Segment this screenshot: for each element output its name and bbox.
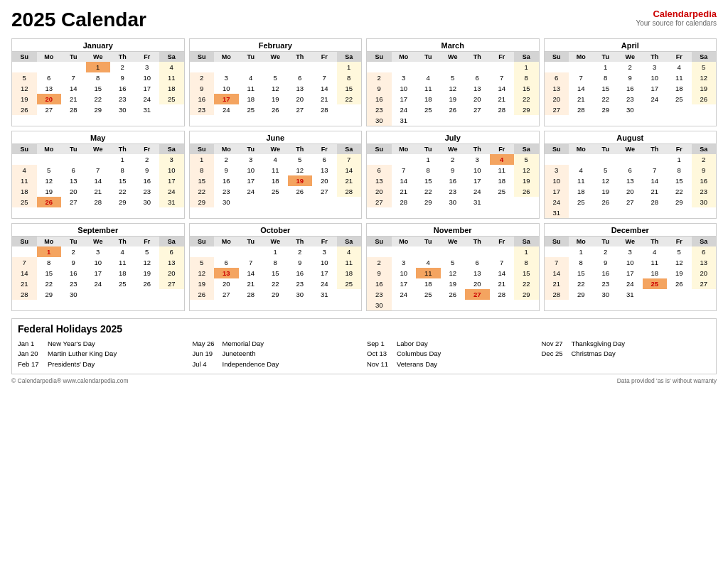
day-cell: 12 <box>12 83 37 94</box>
day-cell: 15 <box>86 83 111 94</box>
day-cell <box>337 197 362 207</box>
month-table-may: SuMoTuWeThFrSa12345678910111213141516171… <box>12 144 184 207</box>
day-header-fr: Fr <box>490 144 515 154</box>
day-header-su: Su <box>12 52 37 62</box>
day-cell: 3 <box>392 257 417 268</box>
holiday-name: Presidents' Day <box>48 359 95 369</box>
month-title-august: August <box>545 131 717 144</box>
day-cell: 9 <box>214 165 239 175</box>
holiday-name: Memorial Day <box>223 339 264 349</box>
day-header-tu: Tu <box>416 52 441 62</box>
day-cell: 8 <box>667 165 692 175</box>
day-header-mo: Mo <box>214 144 239 154</box>
day-cell: 29 <box>37 289 62 300</box>
day-cell <box>643 207 668 218</box>
day-cell: 8 <box>190 165 215 175</box>
day-header-th: Th <box>465 237 490 246</box>
month-july: JulySuMoTuWeThFrSa1234567891011121314151… <box>366 131 540 219</box>
day-cell: 24 <box>465 186 490 197</box>
day-cell: 16 <box>367 278 392 289</box>
day-cell: 19 <box>12 94 37 104</box>
day-header-sa: Sa <box>337 144 362 154</box>
month-table-november: SuMoTuWeThFrSa12345678910111213141516171… <box>367 237 539 310</box>
day-cell: 14 <box>569 83 594 94</box>
day-header-fr: Fr <box>135 52 160 62</box>
day-cell: 27 <box>214 289 239 300</box>
day-cell <box>337 104 362 115</box>
month-september: SeptemberSuMoTuWeThFrSa12345678910111213… <box>11 223 185 311</box>
day-cell: 30 <box>367 115 392 126</box>
day-cell <box>392 62 417 72</box>
day-cell: 28 <box>392 197 417 207</box>
month-april: AprilSuMoTuWeThFrSa123456789101112131415… <box>544 38 717 126</box>
day-cell <box>594 154 619 165</box>
day-cell <box>643 289 668 300</box>
day-cell: 2 <box>61 246 86 257</box>
day-cell <box>159 104 184 115</box>
holiday-item: Nov 27Thanksgiving Day <box>542 339 711 349</box>
day-cell: 7 <box>61 72 86 83</box>
day-cell: 3 <box>135 62 160 72</box>
day-cell: 10 <box>392 83 417 94</box>
day-cell: 21 <box>239 278 264 289</box>
day-cell: 5 <box>190 257 215 268</box>
day-header-mo: Mo <box>569 237 594 246</box>
day-cell: 2 <box>692 154 717 165</box>
day-cell: 11 <box>490 165 515 175</box>
day-cell: 16 <box>288 268 313 278</box>
day-cell: 2 <box>135 154 160 165</box>
day-cell <box>416 115 441 126</box>
day-cell: 23 <box>135 186 160 197</box>
day-cell: 26 <box>514 186 539 197</box>
day-cell: 20 <box>159 268 184 278</box>
day-cell: 14 <box>643 175 668 186</box>
day-cell: 29 <box>86 104 111 115</box>
day-cell: 21 <box>61 94 86 104</box>
day-cell: 30 <box>110 104 135 115</box>
day-header-tu: Tu <box>239 52 264 62</box>
day-cell: 19 <box>37 186 62 197</box>
day-cell: 25 <box>263 186 288 197</box>
holiday-date: Jul 4 <box>193 359 218 369</box>
day-cell <box>135 289 160 300</box>
day-cell: 4 <box>643 246 668 257</box>
day-cell: 27 <box>692 278 717 289</box>
day-header-tu: Tu <box>594 144 619 154</box>
day-header-su: Su <box>545 237 569 246</box>
day-cell: 19 <box>594 186 619 197</box>
day-cell: 22 <box>337 94 362 104</box>
holiday-name: Veterans Day <box>397 359 437 369</box>
day-cell: 8 <box>337 72 362 83</box>
day-cell: 5 <box>692 62 717 72</box>
day-cell: 13 <box>465 83 490 94</box>
day-cell: 8 <box>569 257 594 268</box>
day-cell: 15 <box>667 175 692 186</box>
day-cell <box>392 246 417 257</box>
day-cell <box>667 207 692 218</box>
day-cell <box>569 207 594 218</box>
day-cell <box>416 62 441 72</box>
day-cell: 25 <box>643 278 668 289</box>
day-header-su: Su <box>367 52 392 62</box>
day-cell <box>545 246 569 257</box>
day-cell: 10 <box>465 165 490 175</box>
day-cell <box>367 62 392 72</box>
day-cell: 15 <box>37 268 62 278</box>
day-cell <box>190 246 215 257</box>
day-cell <box>86 154 111 165</box>
day-cell: 17 <box>135 83 160 94</box>
day-header-sa: Sa <box>337 237 362 246</box>
holiday-name: Christmas Day <box>572 349 616 359</box>
day-cell: 7 <box>312 72 337 83</box>
day-cell: 29 <box>190 197 215 207</box>
brand-name-part1: Calendar <box>653 9 692 19</box>
day-header-fr: Fr <box>667 144 692 154</box>
day-cell: 24 <box>392 289 417 300</box>
day-cell: 24 <box>159 186 184 197</box>
day-header-su: Su <box>367 237 392 246</box>
day-cell: 6 <box>61 165 86 175</box>
day-cell: 15 <box>514 268 539 278</box>
holidays-section: Federal Holidays 2025 Jan 1New Year's Da… <box>11 318 717 374</box>
holidays-grid: Jan 1New Year's DayJan 20Martin Luther K… <box>18 339 710 369</box>
month-table-september: SuMoTuWeThFrSa12345678910111213141516171… <box>12 237 184 300</box>
